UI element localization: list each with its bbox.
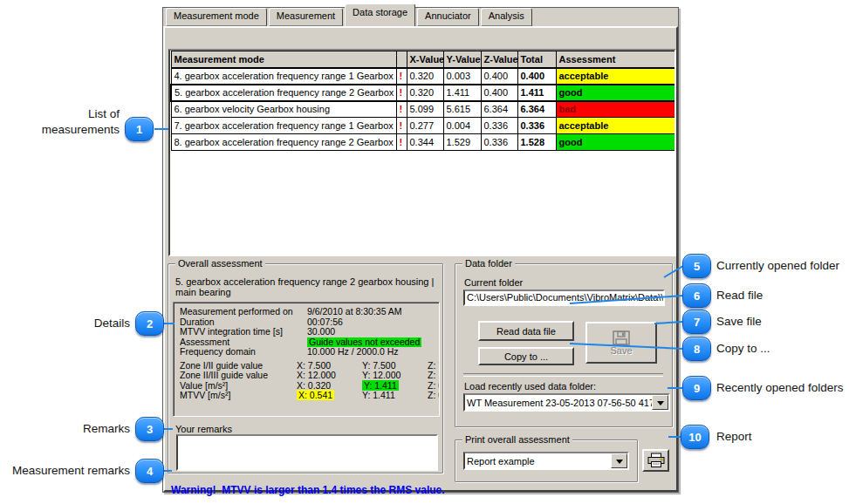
- callout-label-details: Details: [94, 316, 130, 331]
- cell-y: 0.003: [443, 68, 481, 85]
- col-flag: [396, 51, 407, 68]
- tab-data-storage[interactable]: Data storage: [345, 3, 415, 26]
- warning-flag: !: [396, 85, 407, 101]
- table-row[interactable]: 8. gearbox acceleration frequency range …: [171, 134, 675, 151]
- x-value-highlighted: X: 0.541: [297, 390, 334, 400]
- callout-label-copy-to: Copy to ...: [716, 341, 770, 357]
- warning-flag: !: [396, 118, 407, 134]
- callout-label-recently-opened-folders: Recently opened folders: [716, 380, 844, 396]
- cell-x: 0.320: [407, 85, 443, 101]
- measurement-table: Measurement mode X-Value Y-Value Z-Value…: [170, 51, 676, 151]
- recent-folder-label: Load recently used data folder:: [464, 381, 596, 392]
- measurement-title: 5. gearbox acceleration frequency range …: [175, 276, 437, 297]
- col-y-value: Y-Value: [443, 51, 481, 68]
- chevron-down-icon: [657, 401, 664, 409]
- y-value: Y: 1.411: [362, 391, 428, 401]
- assessment-badge: acceptable: [556, 118, 675, 134]
- col-z-value: Z-Value: [481, 51, 517, 68]
- overall-assessment-group-label: Overall assessment: [175, 258, 265, 269]
- cell-x: 0.344: [407, 134, 443, 151]
- warning-text: Warning! MTVV is larger than 1.4 times t…: [171, 484, 445, 496]
- cell-name: 7. gearbox acceleration frequency range …: [171, 118, 396, 134]
- overall-assessment-group: Overall assessment 5. gearbox accelerati…: [168, 263, 443, 473]
- cell-total: 6.364: [517, 101, 556, 118]
- table-row-selected[interactable]: 5. gearbox acceleration frequency range …: [171, 85, 675, 101]
- detail-value: 30.000: [307, 327, 335, 337]
- cell-y: 5.615: [443, 101, 481, 118]
- callout-label-read-file: Read file: [716, 288, 763, 303]
- data-folder-group-label: Data folder: [462, 258, 515, 269]
- y-value: Y: 12.000: [362, 371, 428, 381]
- callout-badge-10: 10: [681, 425, 709, 449]
- callout-badge-8: 8: [682, 337, 711, 361]
- tab-annuciator[interactable]: Annuciator: [417, 8, 479, 26]
- cell-name: 6. gearbox velocity Gearbox housing: [171, 101, 396, 118]
- callout-label-report: Report: [716, 429, 752, 445]
- callout-badge-7: 7: [682, 310, 711, 334]
- print-report-button[interactable]: [642, 449, 669, 472]
- save-button-label: Save: [610, 345, 632, 356]
- detail-row: MTVV integration time [s] 30.000: [180, 327, 439, 337]
- save-button[interactable]: Save: [585, 322, 657, 364]
- cell-y: 1.529: [443, 134, 481, 151]
- callout-badge-9: 9: [682, 376, 711, 400]
- callout-label-currently-opened-folder: Currently opened folder: [716, 258, 839, 274]
- callout-badge-6: 6: [682, 283, 711, 308]
- table-row[interactable]: 7. gearbox acceleration frequency range …: [171, 118, 675, 134]
- callout-label-list-of-measurements: List ofmeasurements: [42, 106, 120, 138]
- callout-label-save-file: Save file: [716, 314, 762, 330]
- tab-analysis[interactable]: Analysis: [481, 8, 532, 26]
- callout-label-remarks: Remarks: [83, 421, 130, 437]
- detail-label: MTVV [m/s²]: [180, 391, 297, 401]
- callout-badge-3: 3: [135, 417, 164, 441]
- data-folder-group: Data folder Current folder C:\Users\Publ…: [455, 263, 673, 427]
- cell-z: 0.336: [481, 118, 517, 134]
- assessment-badge: bad: [556, 101, 675, 118]
- tab-measurement-mode[interactable]: Measurement mode: [166, 8, 267, 26]
- dropdown-button[interactable]: [652, 395, 668, 410]
- cell-z: 0.400: [481, 85, 517, 101]
- warning-flag: !: [396, 134, 407, 151]
- cell-name: 4. gearbox acceleration frequency range …: [171, 68, 396, 85]
- cell-total: 1.528: [517, 134, 556, 151]
- current-folder-field[interactable]: C:\Users\Public\Documents\VibroMatrix\Da…: [463, 289, 665, 306]
- warning-flag: !: [396, 68, 407, 85]
- current-folder-label: Current folder: [464, 277, 523, 288]
- col-x-value: X-Value: [407, 51, 443, 68]
- table-header-row: Measurement mode X-Value Y-Value Z-Value…: [171, 51, 675, 68]
- read-data-file-button[interactable]: Read data file: [478, 321, 574, 341]
- cell-x: 0.320: [407, 68, 443, 85]
- printer-icon: [647, 453, 666, 468]
- details-panel: Measurement performed on 9/6/2010 at 8:3…: [173, 302, 440, 417]
- remarks-textarea[interactable]: [176, 434, 438, 471]
- z-value: Z: 12.000: [428, 371, 440, 381]
- detail-label: Measurement performed on: [180, 307, 307, 317]
- cell-y: 1.411: [443, 85, 481, 101]
- detail-xyz-row: MTVV [m/s²] X: 0.541 Y: 1.411 Z: 0.400: [180, 391, 439, 401]
- chevron-down-icon: [616, 460, 623, 467]
- tab-measurement[interactable]: Measurement: [269, 8, 343, 26]
- detail-label: MTVV integration time [s]: [180, 327, 307, 337]
- print-assessment-group-label: Print overall assessment: [462, 434, 572, 445]
- copy-to-button[interactable]: Copy to ...: [478, 347, 574, 365]
- detail-row: Frequency domain 10.000 Hz / 2000.0 Hz: [180, 347, 439, 358]
- print-assessment-group: Print overall assessment Report example: [455, 439, 638, 482]
- assessment-badge: good: [556, 134, 675, 151]
- detail-row: Measurement performed on 9/6/2010 at 8:3…: [180, 307, 439, 317]
- report-combobox[interactable]: Report example: [463, 452, 629, 470]
- table-row[interactable]: 6. gearbox velocity Gearbox housing ! 5.…: [171, 101, 675, 118]
- recent-folder-value: WT Measurement 23-05-2013 07-56-50 4172: [465, 398, 652, 408]
- dropdown-button[interactable]: [611, 453, 627, 468]
- tab-page: Measurement mode X-Value Y-Value Z-Value…: [163, 26, 678, 492]
- separator: [463, 373, 663, 377]
- table-row[interactable]: 4. gearbox acceleration frequency range …: [171, 68, 675, 85]
- detail-value: 9/6/2010 at 8:30:35 AM: [307, 307, 402, 317]
- tab-bar: Measurement mode Measurement Data storag…: [166, 8, 534, 26]
- recent-folder-combobox[interactable]: WT Measurement 23-05-2013 07-56-50 4172: [463, 393, 670, 412]
- col-total: Total: [517, 51, 556, 68]
- assessment-badge: good: [556, 85, 675, 101]
- y-value-highlighted: Y: 1.411: [362, 380, 399, 391]
- remarks-label: Your remarks: [175, 424, 232, 434]
- warning-flag: !: [396, 101, 407, 118]
- detail-xyz-row: Zone II/III guide value X: 12.000 Y: 12.…: [180, 371, 439, 381]
